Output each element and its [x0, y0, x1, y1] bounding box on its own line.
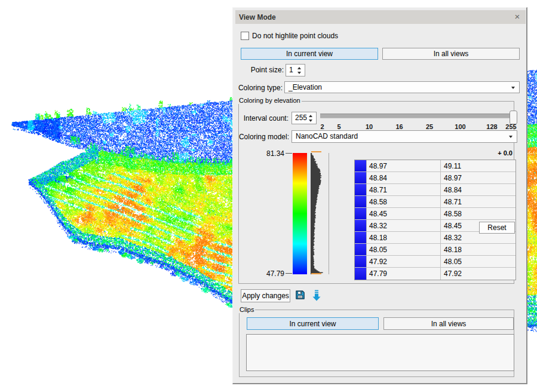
view-scope-all-button[interactable]: In all views — [382, 48, 520, 60]
coloring-model-combobox[interactable]: NanoCAD standard — [291, 130, 517, 143]
spin-up-icon[interactable] — [297, 67, 301, 69]
spin-down-icon[interactable] — [309, 120, 312, 122]
column-divider — [440, 172, 441, 183]
elevation-interval-row[interactable]: 48.7148.84 — [355, 184, 515, 196]
reset-button[interactable]: Reset — [479, 222, 515, 234]
interval-color-swatch[interactable] — [355, 196, 367, 207]
interval-from-value: 47.79 — [369, 270, 387, 278]
scale-max-label: 81.34 — [248, 149, 284, 158]
column-divider — [440, 268, 441, 280]
application-viewport: View Mode × Do not highlite point clouds… — [0, 0, 537, 392]
column-divider — [440, 184, 441, 195]
column-divider — [440, 196, 441, 207]
elevation-interval-row[interactable]: 48.5848.71 — [355, 196, 515, 208]
interval-color-swatch[interactable] — [355, 184, 367, 195]
highlight-checkbox-label[interactable]: Do not highlite point clouds — [252, 32, 338, 40]
column-divider — [440, 160, 441, 172]
interval-from-value: 47.92 — [369, 258, 387, 266]
interval-color-swatch[interactable] — [355, 172, 367, 183]
interval-to-value: 48.71 — [444, 198, 462, 206]
elevation-interval-row[interactable]: 48.1848.32 — [355, 232, 515, 244]
elevation-interval-row[interactable]: 48.4548.58 — [355, 208, 515, 220]
slider-tick-label: 128 — [486, 123, 497, 130]
point-size-value: 1 — [289, 66, 293, 74]
view-mode-dialog: View Mode × Do not highlite point clouds… — [232, 7, 527, 384]
clips-group-label: Clips — [238, 306, 255, 313]
interval-count-spinner[interactable]: 255 — [291, 112, 317, 124]
interval-from-value: 48.71 — [369, 186, 387, 194]
scale-min-label: 47.79 — [248, 270, 284, 278]
interval-color-swatch[interactable] — [355, 160, 367, 172]
column-divider — [440, 244, 441, 255]
interval-from-value: 48.97 — [369, 162, 387, 170]
column-divider — [440, 256, 441, 267]
clips-scope-current-button[interactable]: In current view — [247, 317, 379, 330]
interval-color-swatch[interactable] — [355, 256, 367, 267]
slider-tick-label: 255 — [505, 123, 516, 130]
interval-to-value: 48.18 — [444, 246, 462, 254]
clips-listbox[interactable] — [246, 334, 514, 371]
offset-label: + 0.0 — [477, 149, 513, 157]
elevation-gradient-bar[interactable] — [293, 153, 307, 274]
elevation-interval-row[interactable]: 47.9248.05 — [355, 256, 515, 268]
coloring-model-label: Coloring model: — [233, 133, 289, 141]
slider-tick-label: 5 — [337, 123, 340, 130]
slider-tick-label: 16 — [395, 123, 403, 130]
chevron-down-icon[interactable] — [509, 136, 513, 138]
interval-count-value: 255 — [295, 114, 307, 122]
range-bottom-handle[interactable] — [311, 273, 321, 275]
slider-tick-label: 100 — [455, 123, 465, 130]
dialog-title: View Mode — [235, 13, 276, 22]
column-divider — [440, 232, 441, 243]
interval-from-value: 48.32 — [369, 222, 387, 230]
interval-color-swatch[interactable] — [355, 268, 367, 280]
coloring-type-value: _Elevation — [289, 84, 322, 91]
interval-slider-track[interactable] — [320, 114, 517, 118]
coloring-model-value: NanoCAD standard — [296, 133, 358, 140]
save-icon[interactable] — [296, 290, 305, 299]
elevation-interval-row[interactable]: 48.0548.18 — [355, 244, 515, 256]
interval-color-swatch[interactable] — [355, 232, 367, 243]
interval-to-value: 47.92 — [444, 270, 462, 278]
interval-to-value: 48.97 — [444, 174, 462, 182]
clips-scope-all-button[interactable]: In all views — [383, 317, 514, 330]
spin-up-icon[interactable] — [309, 115, 312, 117]
interval-from-value: 48.18 — [369, 234, 387, 242]
interval-to-value: 48.84 — [444, 186, 462, 194]
view-scope-current-button[interactable]: In current view — [241, 48, 378, 60]
interval-to-value: 49.11 — [444, 162, 461, 170]
coloring-type-combobox[interactable]: _Elevation — [284, 81, 520, 93]
slider-tick-label: 25 — [426, 123, 433, 130]
interval-to-value: 48.45 — [444, 222, 462, 230]
apply-download-arrow-icon[interactable] — [312, 290, 321, 301]
coloring-type-label: Coloring type: — [233, 84, 283, 92]
dialog-titlebar[interactable]: View Mode × — [235, 10, 526, 24]
column-divider — [440, 220, 441, 231]
scale-min-tick — [286, 273, 292, 274]
slider-tick-label: 10 — [366, 123, 373, 130]
interval-color-swatch[interactable] — [355, 220, 367, 231]
chevron-down-icon[interactable] — [511, 87, 515, 89]
interval-to-value: 48.05 — [444, 258, 462, 266]
spin-down-icon[interactable] — [297, 72, 301, 74]
column-divider — [440, 208, 441, 219]
close-icon[interactable]: × — [513, 11, 522, 23]
interval-color-swatch[interactable] — [355, 208, 367, 219]
interval-count-label: Interval count: — [233, 114, 289, 122]
slider-tick-label: 2 — [320, 123, 324, 130]
apply-changes-button[interactable]: Apply changes — [241, 289, 290, 302]
interval-color-swatch[interactable] — [355, 244, 367, 255]
histogram-right-border — [329, 153, 329, 274]
interval-from-value: 48.58 — [369, 198, 387, 206]
range-top-handle[interactable] — [311, 151, 321, 152]
interval-to-value: 48.58 — [444, 210, 462, 218]
interval-to-value: 48.32 — [444, 234, 462, 242]
elevation-interval-row[interactable]: 47.7947.92 — [355, 268, 515, 280]
point-size-label: Point size: — [233, 66, 284, 74]
point-size-spinner[interactable]: 1 — [286, 64, 305, 76]
elevation-interval-row[interactable]: 48.8448.97 — [355, 172, 515, 184]
highlight-checkbox[interactable] — [241, 32, 249, 40]
interval-slider-handle[interactable] — [510, 111, 517, 124]
elevation-interval-row[interactable]: 48.9749.11 — [355, 160, 515, 172]
elevation-intervals-table[interactable]: 48.9749.1148.8448.9748.7148.8448.5848.71… — [354, 160, 516, 280]
